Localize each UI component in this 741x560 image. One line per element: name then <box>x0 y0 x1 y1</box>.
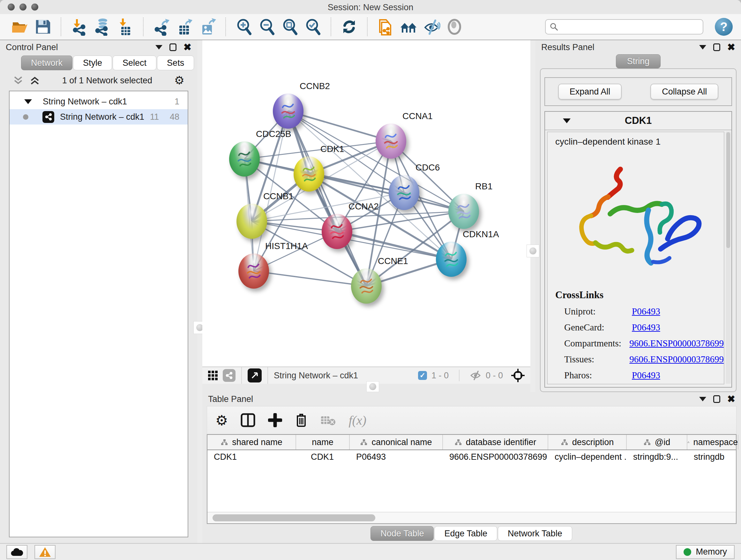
add-column-icon[interactable] <box>268 413 282 427</box>
tab-node-table[interactable]: Node Table <box>370 526 434 541</box>
import-network-file-button[interactable] <box>70 17 89 37</box>
table-row[interactable]: CDK1CDK1P064939606.ENSP00000378699cyclin… <box>207 450 736 465</box>
panel-collapse-icon[interactable] <box>155 45 162 50</box>
cell-name[interactable]: CDK1 <box>296 450 350 465</box>
cell-description[interactable]: cyclin–dependent ... <box>548 450 627 465</box>
cell-canonical-name[interactable]: P06493 <box>350 450 443 465</box>
export-network-button[interactable] <box>152 17 171 37</box>
network-badge-icon[interactable] <box>223 369 235 382</box>
tab-sets[interactable]: Sets <box>157 56 194 70</box>
show-graphics-button[interactable] <box>445 17 464 37</box>
cloud-icon <box>10 548 23 557</box>
import-network-icon <box>70 18 88 36</box>
panel-close-icon[interactable]: ✖ <box>727 394 735 404</box>
open-session-button[interactable] <box>10 17 29 37</box>
crosslink-link[interactable]: P06493 <box>632 322 660 333</box>
edge-CCNB2-CCNE1[interactable] <box>288 111 366 286</box>
crosslink-link[interactable]: 9606.ENSP00000378699 <box>629 354 724 365</box>
results-scrollbar[interactable] <box>726 132 731 384</box>
network-canvas[interactable]: CCNB2CCNA1CDC25BCDK1CDC6RB1CCNB1CCNA2CDK… <box>202 40 530 367</box>
panel-collapse-icon[interactable] <box>699 45 706 50</box>
expand-all-button[interactable]: Expand All <box>558 84 622 100</box>
show-columns-icon[interactable] <box>241 413 255 427</box>
tab-style[interactable]: Style <box>73 56 112 70</box>
column-header-canonical-name[interactable]: canonical name <box>350 435 443 449</box>
column-header-name[interactable]: name <box>296 435 350 449</box>
collapse-all-icon[interactable] <box>13 76 23 85</box>
tab-network-table[interactable]: Network Table <box>498 526 572 541</box>
help-button[interactable]: ? <box>715 18 733 36</box>
protein-collapse-icon[interactable] <box>563 118 570 123</box>
string-import-button[interactable] <box>376 17 395 37</box>
zoom-fit-button[interactable] <box>280 17 299 37</box>
panel-float-icon[interactable] <box>170 44 177 51</box>
panel-close-icon[interactable]: ✖ <box>184 43 192 52</box>
node-CCNB1[interactable] <box>237 204 267 239</box>
node-CDC25B[interactable] <box>229 141 260 177</box>
crosslink-link[interactable]: P06493 <box>632 306 660 317</box>
tab-string[interactable]: String <box>616 54 661 68</box>
memory-button[interactable]: Memory <box>676 545 735 559</box>
column-header-shared-name[interactable]: shared name <box>207 435 296 449</box>
node-RB1[interactable] <box>448 194 479 229</box>
search-input[interactable] <box>558 22 699 32</box>
column-header-@id[interactable]: @id <box>627 435 687 449</box>
grid-view-icon[interactable] <box>207 370 218 381</box>
cell-database-identifier[interactable]: 9606.ENSP00000378699 <box>443 450 548 465</box>
node-CCNE1[interactable] <box>351 268 382 304</box>
selected-checkbox-icon[interactable]: ✓ <box>418 371 427 380</box>
delete-column-icon[interactable] <box>295 413 308 428</box>
cloud-button[interactable] <box>6 545 27 559</box>
node-CCNA1[interactable] <box>376 124 406 159</box>
save-session-button[interactable] <box>33 17 52 37</box>
zoom-out-button[interactable] <box>257 17 276 37</box>
enable-glass-button[interactable] <box>422 17 441 37</box>
tab-edge-table[interactable]: Edge Table <box>434 526 497 541</box>
crosslink-link[interactable]: 9606.ENSP00000378699 <box>629 338 724 349</box>
network-collection-row[interactable]: String Network – cdk1 1 <box>10 94 188 109</box>
node-HIST1H1A[interactable] <box>239 253 269 289</box>
node-CDKN1A[interactable] <box>436 242 467 277</box>
network-options-gear-icon[interactable]: ⚙ <box>174 74 185 87</box>
crosslink-link[interactable]: P06493 <box>632 370 660 381</box>
left-splitter[interactable] <box>197 40 202 543</box>
collapse-all-button[interactable]: Collapse All <box>650 84 718 100</box>
horizontal-splitter[interactable] <box>202 384 530 392</box>
expand-all-icon[interactable] <box>29 76 40 85</box>
panel-collapse-icon[interactable] <box>699 397 706 401</box>
network-row-selected[interactable]: String Network – cdk1 11 48 <box>10 109 188 125</box>
export-image-button[interactable] <box>198 17 217 37</box>
node-CCNB2[interactable] <box>273 94 304 129</box>
tab-select[interactable]: Select <box>113 56 156 70</box>
table-horizontal-scrollbar[interactable] <box>207 512 736 523</box>
panel-close-icon[interactable]: ✖ <box>727 43 735 52</box>
cell-namespace[interactable]: stringdb <box>687 450 738 465</box>
cell-shared-name[interactable]: CDK1 <box>207 450 296 465</box>
node-CDC6[interactable] <box>389 175 419 210</box>
panel-float-icon[interactable] <box>713 44 720 51</box>
cell-@id[interactable]: stringdb:9... <box>627 450 687 465</box>
column-header-database-identifier[interactable]: database identifier <box>443 435 548 449</box>
zoom-selected-button[interactable] <box>303 17 322 37</box>
export-table-button[interactable] <box>175 17 194 37</box>
birds-eye-toggle-icon[interactable] <box>511 368 525 383</box>
node-CCNA2[interactable] <box>322 214 352 249</box>
string-home-button[interactable] <box>399 17 418 37</box>
table-options-gear-icon[interactable]: ⚙ <box>215 412 228 428</box>
collection-expand-icon[interactable] <box>24 99 32 104</box>
import-network-database-button[interactable] <box>92 17 112 37</box>
warnings-button[interactable] <box>35 545 56 559</box>
detach-view-icon[interactable] <box>248 368 262 382</box>
right-splitter[interactable] <box>530 40 536 392</box>
import-table-button[interactable] <box>116 17 135 37</box>
panel-float-icon[interactable] <box>713 395 720 403</box>
refresh-layout-button[interactable] <box>340 17 359 37</box>
column-header-namespace[interactable]: namespace <box>687 435 738 449</box>
column-header-description[interactable]: description <box>548 435 627 449</box>
node-CDK1[interactable] <box>293 157 324 192</box>
edge-HIST1H1A-CCNE1[interactable] <box>254 271 366 286</box>
search-field[interactable] <box>545 19 703 35</box>
edge-CCNB2-CCNA1[interactable] <box>288 111 391 141</box>
zoom-in-button[interactable] <box>234 17 253 37</box>
tab-network[interactable]: Network <box>21 56 72 70</box>
